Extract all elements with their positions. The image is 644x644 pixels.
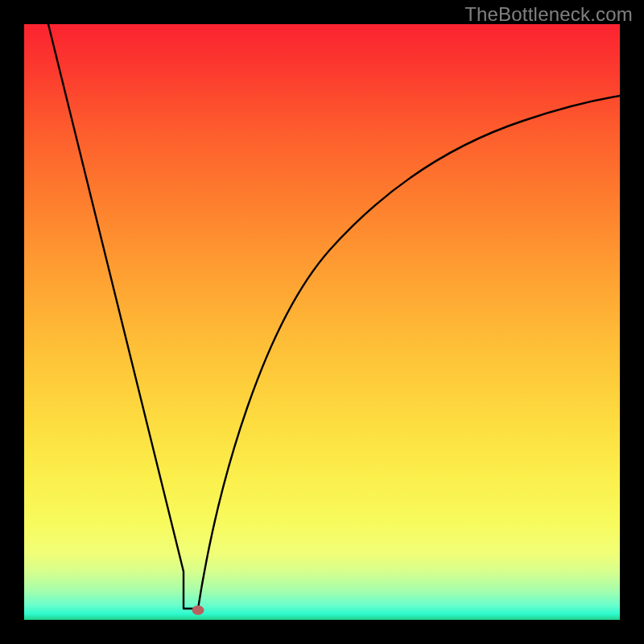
balance-marker bbox=[192, 605, 204, 615]
curve-right-branch bbox=[198, 96, 620, 609]
chart-frame: TheBottleneck.com bbox=[0, 0, 644, 644]
bottleneck-curve bbox=[24, 24, 620, 620]
attribution-text: TheBottleneck.com bbox=[464, 3, 633, 26]
curve-left-branch bbox=[48, 24, 198, 609]
plot-area bbox=[24, 24, 620, 620]
